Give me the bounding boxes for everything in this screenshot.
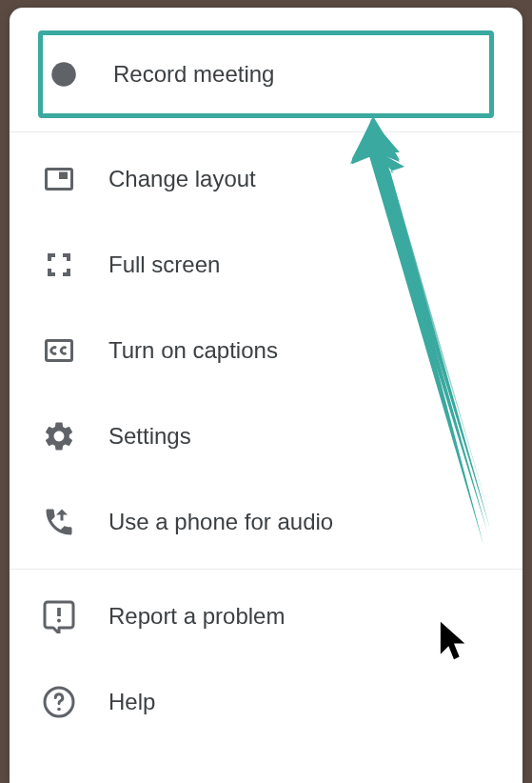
menu-item-label: Change layout	[108, 166, 256, 192]
svg-point-5	[57, 619, 61, 623]
fullscreen-icon	[38, 244, 80, 286]
menu-item-label: Turn on captions	[108, 337, 278, 364]
menu-item-label: Full screen	[108, 251, 220, 278]
svg-point-0	[51, 62, 76, 87]
captions-icon	[38, 330, 80, 371]
menu-item-settings[interactable]: Settings	[10, 393, 522, 479]
menu-item-full-screen[interactable]: Full screen	[10, 222, 522, 308]
menu-divider	[10, 131, 522, 132]
layout-icon	[38, 158, 80, 200]
menu-divider	[10, 569, 522, 570]
menu-item-label: Use a phone for audio	[108, 509, 333, 535]
phone-audio-icon	[38, 501, 80, 543]
gear-icon	[38, 415, 80, 457]
menu-item-change-layout[interactable]: Change layout	[10, 136, 522, 222]
svg-rect-2	[59, 172, 68, 180]
menu-item-label: Record meeting	[113, 61, 274, 88]
help-icon	[38, 681, 80, 723]
menu-item-report-problem[interactable]: Report a problem	[10, 573, 522, 659]
feedback-icon	[38, 595, 80, 637]
menu-item-label: Settings	[108, 423, 191, 450]
menu-item-label: Report a problem	[108, 603, 285, 630]
menu-section-support: Report a problem Help	[10, 573, 522, 745]
menu-item-phone-audio[interactable]: Use a phone for audio	[10, 479, 522, 565]
menu-item-label: Help	[108, 689, 155, 715]
record-icon	[43, 53, 85, 95]
menu-item-help[interactable]: Help	[10, 659, 522, 745]
menu-item-captions[interactable]: Turn on captions	[10, 308, 522, 393]
overflow-menu-panel: Record meeting Change layout Full screen	[10, 8, 522, 783]
svg-point-7	[57, 708, 61, 712]
annotation-highlight-box: Record meeting	[38, 30, 494, 118]
menu-section-main: Change layout Full screen Turn on captio…	[10, 136, 522, 565]
menu-item-record-meeting[interactable]: Record meeting	[43, 53, 463, 95]
